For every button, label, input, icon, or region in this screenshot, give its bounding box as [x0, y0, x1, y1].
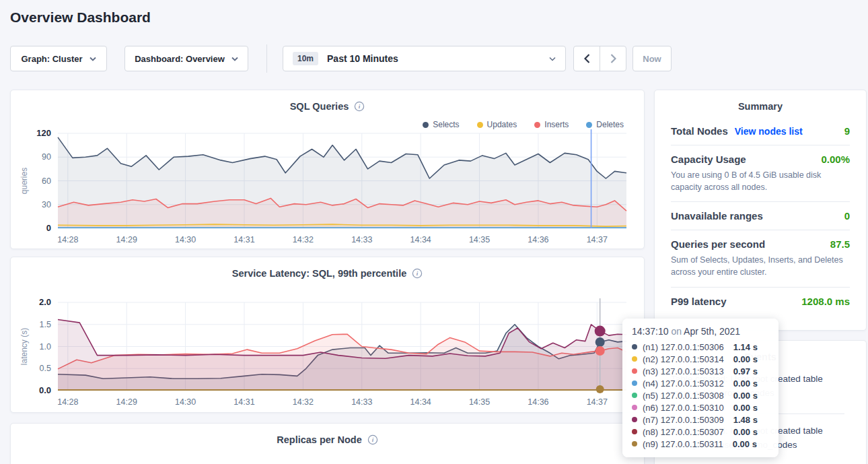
- sql-queries-title: SQL Queries: [290, 101, 349, 112]
- unavailable-ranges-label: Unavailable ranges: [671, 210, 763, 222]
- svg-text:1.0: 1.0: [40, 342, 51, 352]
- capacity-label: Capacity Usage: [671, 154, 746, 165]
- chevron-down-icon: [231, 57, 238, 61]
- svg-text:14:34: 14:34: [410, 397, 431, 407]
- svg-text:14:29: 14:29: [116, 397, 137, 407]
- info-icon[interactable]: i: [367, 434, 378, 445]
- tooltip-row-n8: (n8) 127.0.0.1:503070.00 s: [632, 426, 769, 438]
- chevron-down-icon: [89, 57, 96, 61]
- chevron-left-icon: [584, 54, 590, 63]
- summary-row-unavailable-ranges: Unavailable ranges 0: [671, 202, 850, 230]
- summary-row-qps: Queries per second 87.5 Sum of Selects, …: [671, 230, 850, 287]
- svg-text:14:36: 14:36: [528, 235, 548, 244]
- svg-text:i: i: [417, 270, 419, 277]
- svg-text:14:29: 14:29: [116, 235, 137, 244]
- svg-text:14:30: 14:30: [175, 397, 196, 407]
- tooltip-row-n9: (n9) 127.0.0.1:503110.00 s: [632, 438, 769, 450]
- node-color-dot-icon: [632, 344, 637, 350]
- node-color-dot-icon: [632, 393, 637, 398]
- svg-text:14:28: 14:28: [57, 397, 78, 407]
- svg-text:14:35: 14:35: [469, 397, 490, 407]
- svg-text:90: 90: [42, 152, 51, 162]
- sql-queries-card: SQL Queries i Selects Updates Inserts De…: [10, 90, 645, 249]
- chevron-right-icon: [610, 54, 616, 63]
- dashboard-dropdown-label: Dashboard: Overview: [135, 54, 225, 64]
- node-color-dot-icon: [632, 441, 637, 446]
- svg-text:60: 60: [42, 176, 51, 186]
- node-color-dot-icon: [632, 429, 637, 434]
- summary-panel: Summary Total Nodes View nodes list 9 Ca…: [654, 90, 867, 331]
- svg-text:2.0: 2.0: [39, 297, 51, 307]
- service-latency-card: Service Latency: SQL, 99th percentile i …: [10, 257, 645, 413]
- svg-text:14:31: 14:31: [233, 397, 254, 407]
- now-button[interactable]: Now: [632, 46, 672, 71]
- now-button-label: Now: [643, 54, 661, 64]
- svg-text:14:34: 14:34: [410, 235, 431, 244]
- toolbar-divider: [266, 44, 267, 73]
- replicas-per-node-title: Replicas per Node: [277, 434, 362, 445]
- svg-text:14:33: 14:33: [351, 235, 372, 244]
- svg-text:14:37: 14:37: [587, 397, 608, 407]
- svg-text:0.5: 0.5: [40, 364, 51, 373]
- summary-title: Summary: [671, 101, 850, 112]
- summary-row-capacity: Capacity Usage 0.00% You are using 0 B o…: [671, 145, 850, 202]
- svg-text:queries: queries: [20, 168, 29, 194]
- graph-dropdown[interactable]: Graph: Cluster: [10, 46, 107, 71]
- graph-dropdown-label: Graph: Cluster: [21, 54, 82, 64]
- svg-text:latency (s): latency (s): [20, 328, 29, 365]
- chevron-down-icon: [549, 57, 556, 61]
- svg-text:14:30: 14:30: [175, 235, 196, 244]
- svg-text:14:36: 14:36: [528, 397, 548, 407]
- service-latency-chart[interactable]: 0.00.51.01.52.014:2814:2914:3014:3114:32…: [16, 284, 640, 409]
- qps-label: Queries per second: [671, 238, 765, 250]
- view-nodes-list-link[interactable]: View nodes list: [735, 126, 803, 137]
- time-range-dropdown[interactable]: 10m Past 10 Minutes: [283, 46, 566, 71]
- capacity-value: 0.00%: [821, 154, 850, 165]
- svg-text:0.0: 0.0: [39, 385, 51, 395]
- svg-text:14:32: 14:32: [293, 397, 314, 407]
- capacity-description: You are using 0 B of 4.5 GiB usable disk…: [671, 169, 850, 193]
- node-color-dot-icon: [632, 417, 637, 422]
- dashboard-dropdown[interactable]: Dashboard: Overview: [124, 46, 248, 71]
- tooltip-timestamp: 14:37:10 on Apr 5th, 2021: [632, 326, 769, 337]
- svg-text:14:35: 14:35: [469, 235, 490, 244]
- chart-hover-tooltip: 14:37:10 on Apr 5th, 2021 (n1) 127.0.0.1…: [622, 319, 779, 457]
- total-nodes-value: 9: [844, 125, 850, 137]
- p99-latency-value: 1208.0 ms: [801, 296, 850, 307]
- svg-text:120: 120: [36, 128, 51, 138]
- svg-text:1.5: 1.5: [40, 320, 51, 329]
- node-color-dot-icon: [632, 356, 637, 362]
- svg-text:14:33: 14:33: [351, 397, 372, 407]
- node-color-dot-icon: [632, 405, 637, 410]
- summary-row-total-nodes: Total Nodes View nodes list 9: [671, 117, 850, 145]
- svg-text:14:32: 14:32: [293, 235, 314, 244]
- p99-latency-label: P99 latency: [671, 296, 727, 307]
- unavailable-ranges-value: 0: [844, 210, 850, 222]
- total-nodes-label: Total Nodes: [671, 125, 728, 137]
- info-icon[interactable]: i: [354, 101, 365, 112]
- qps-value: 87.5: [830, 238, 850, 250]
- sql-queries-chart[interactable]: 030609012014:2814:2914:3014:3114:3214:33…: [16, 116, 640, 247]
- time-step-buttons: [573, 46, 626, 71]
- node-color-dot-icon: [632, 380, 637, 386]
- page-title: Overview Dashboard: [10, 9, 151, 26]
- prev-time-button[interactable]: [574, 46, 600, 71]
- service-latency-title: Service Latency: SQL, 99th percentile: [232, 268, 407, 279]
- time-range-label: Past 10 Minutes: [327, 53, 398, 64]
- tooltip-row-n2: (n2) 127.0.0.1:503140.00 s: [632, 353, 769, 365]
- next-time-button[interactable]: [600, 46, 626, 71]
- tooltip-row-n7: (n7) 127.0.0.1:503091.48 s: [632, 413, 769, 426]
- svg-text:0: 0: [46, 223, 51, 233]
- svg-text:14:28: 14:28: [57, 235, 78, 244]
- info-icon[interactable]: i: [412, 268, 423, 279]
- tooltip-row-n4: (n4) 127.0.0.1:503120.00 s: [632, 377, 769, 389]
- svg-text:14:31: 14:31: [233, 235, 254, 244]
- node-color-dot-icon: [632, 368, 637, 374]
- svg-text:14:37: 14:37: [587, 235, 608, 244]
- tooltip-row-n6: (n6) 127.0.0.1:503100.00 s: [632, 401, 769, 413]
- time-range-badge: 10m: [293, 52, 318, 65]
- replicas-per-node-card: Replicas per Node i: [10, 423, 645, 464]
- summary-row-p99: P99 latency 1208.0 ms: [671, 288, 850, 315]
- tooltip-row-n3: (n3) 127.0.0.1:503130.97 s: [632, 365, 769, 377]
- qps-description: Sum of Selects, Updates, Inserts, and De…: [671, 254, 850, 278]
